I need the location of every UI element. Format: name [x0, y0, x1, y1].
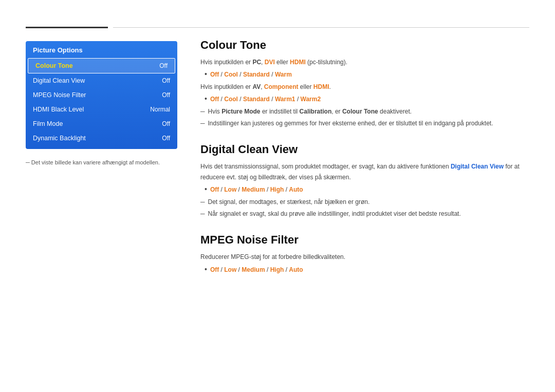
top-line-dark [26, 27, 108, 28]
digital-clean-view-body: Hvis det transmissionssignal, som produk… [200, 161, 529, 219]
right-content: Colour Tone Hvis inputkilden er PC, DVI … [200, 39, 529, 289]
colour-tone-dash1: ─ Hvis Picture Mode er indstillet til Ca… [200, 106, 529, 117]
mpeg-noise-filter-bullet1: • Off / Low / Medium / High / Auto [205, 265, 529, 275]
digital-clean-view-value: Off [162, 77, 170, 84]
top-line-light [113, 27, 529, 28]
footnote: ─ Det viste billede kan variere afhængig… [26, 158, 177, 167]
digital-clean-view-section-title: Digital Clean View [200, 143, 529, 156]
colour-tone-dash2: ─ Indstillinger kan justeres og gemmes f… [200, 118, 529, 128]
mpeg-noise-filter-label: MPEG Noise Filter [33, 91, 86, 99]
mpeg-noise-filter-options: Off / Low / Medium / High / Auto [210, 265, 303, 275]
colour-tone-bullet1: • Off / Cool / Standard / Warm [205, 69, 529, 80]
picture-options-box: Picture Options Colour Tone Off Digital … [26, 41, 177, 149]
menu-item-mpeg-noise-filter[interactable]: MPEG Noise Filter Off [26, 88, 177, 102]
left-panel: Picture Options Colour Tone Off Digital … [26, 41, 177, 167]
digital-clean-view-label: Digital Clean View [33, 77, 85, 84]
colour-tone-value: Off [159, 62, 168, 69]
menu-item-digital-clean-view[interactable]: Digital Clean View Off [26, 73, 177, 88]
top-decoration [26, 27, 529, 28]
digital-clean-view-options: Off / Low / Medium / High / Auto [210, 184, 303, 195]
section-digital-clean-view: Digital Clean View Hvis det transmission… [200, 143, 529, 219]
colour-tone-body: Hvis inputkilden er PC, DVI eller HDMI (… [200, 57, 529, 128]
digital-clean-view-bullet1: • Off / Low / Medium / High / Auto [205, 184, 529, 195]
digital-clean-view-dash2: ─ Når signalet er svagt, skal du prøve a… [200, 209, 529, 219]
menu-item-hdmi-black-level[interactable]: HDMI Black Level Normal [26, 102, 177, 117]
colour-tone-p2: Hvis inputkilden er AV, Component eller … [200, 82, 529, 92]
colour-tone-section-title: Colour Tone [200, 39, 529, 52]
colour-tone-options1: Off / Cool / Standard / Warm [210, 69, 292, 80]
mpeg-noise-filter-value: Off [162, 91, 170, 99]
mpeg-noise-filter-body: Reducerer MPEG-støj for at forbedre bill… [200, 252, 529, 275]
picture-options-title: Picture Options [26, 41, 177, 58]
colour-tone-options2: Off / Cool / Standard / Warm1 / Warm2 [210, 94, 321, 104]
menu-item-dynamic-backlight[interactable]: Dynamic Backlight Off [26, 131, 177, 149]
hdmi-black-level-value: Normal [150, 106, 170, 113]
dynamic-backlight-value: Off [162, 135, 170, 142]
mpeg-noise-filter-p1: Reducerer MPEG-støj for at forbedre bill… [200, 252, 529, 262]
mpeg-noise-filter-section-title: MPEG Noise Filter [200, 233, 529, 247]
colour-tone-p1: Hvis inputkilden er PC, DVI eller HDMI (… [200, 57, 529, 67]
digital-clean-view-dash1: ─ Det signal, der modtages, er stærkest,… [200, 197, 529, 207]
film-mode-label: Film Mode [33, 120, 63, 127]
digital-clean-view-p1: Hvis det transmissionssignal, som produk… [200, 161, 529, 182]
film-mode-value: Off [162, 120, 170, 127]
section-mpeg-noise-filter: MPEG Noise Filter Reducerer MPEG-støj fo… [200, 233, 529, 275]
menu-item-colour-tone[interactable]: Colour Tone Off [28, 58, 175, 73]
menu-item-film-mode[interactable]: Film Mode Off [26, 117, 177, 131]
colour-tone-bullet2: • Off / Cool / Standard / Warm1 / Warm2 [205, 94, 529, 104]
section-colour-tone: Colour Tone Hvis inputkilden er PC, DVI … [200, 39, 529, 128]
dynamic-backlight-label: Dynamic Backlight [33, 135, 86, 142]
colour-tone-label: Colour Tone [35, 62, 73, 69]
hdmi-black-level-label: HDMI Black Level [33, 106, 84, 113]
